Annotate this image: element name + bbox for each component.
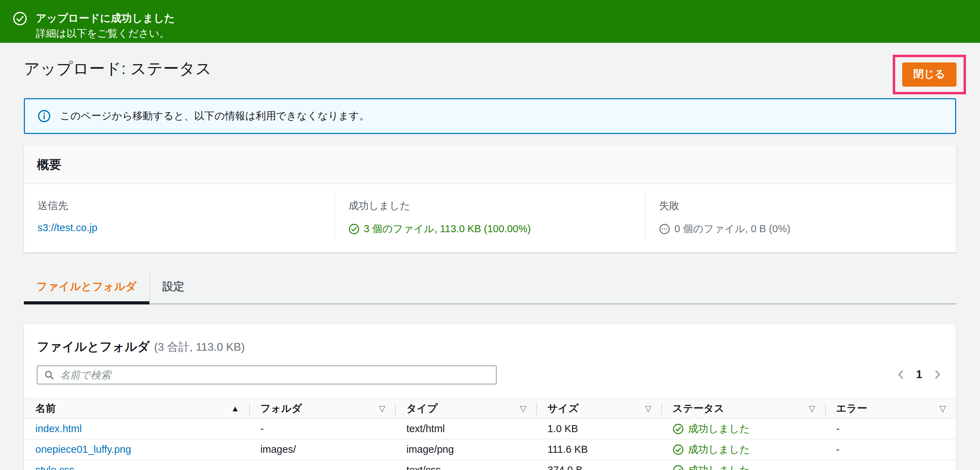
files-card: ファイルとフォルダ (3 合計, 113.0 KB) 1 xyxy=(24,324,956,470)
search-icon xyxy=(44,370,54,380)
pending-ellipsis-icon xyxy=(659,223,670,235)
status-text: 成功しました xyxy=(688,422,750,436)
error-cell: - xyxy=(825,440,956,459)
table-header-row: 名前 ▲ フォルダ ▽ タイプ ▽ サイズ ▽ ステータス ▽ xyxy=(24,398,956,419)
column-header-type[interactable]: タイプ ▽ xyxy=(395,399,536,418)
destination-link[interactable]: s3://test.co.jp xyxy=(38,222,97,234)
success-check-icon xyxy=(673,465,684,470)
info-alert: このページから移動すると、以下の情報は利用できなくなります。 xyxy=(24,98,956,134)
file-link[interactable]: index.html xyxy=(35,423,82,435)
info-alert-text: このページから移動すると、以下の情報は利用できなくなります。 xyxy=(60,109,369,123)
sort-icon[interactable]: ▽ xyxy=(520,404,527,414)
table-row: onepiece01_luffy.png images/ image/png 1… xyxy=(24,440,956,460)
overview-destination: 送信先 s3://test.co.jp xyxy=(24,194,334,238)
succeeded-value: 3 個のファイル, 113.0 KB (100.00%) xyxy=(364,222,531,236)
check-circle-icon xyxy=(13,11,27,26)
info-icon xyxy=(38,110,51,123)
sort-icon[interactable]: ▽ xyxy=(939,404,946,414)
flash-title: アップロードに成功しました xyxy=(36,11,175,26)
page-header: アップロード: ステータス 閉じる xyxy=(24,43,956,98)
page-number[interactable]: 1 xyxy=(916,368,922,381)
status-cell: 成功しました xyxy=(662,440,825,459)
sort-icon[interactable]: ▽ xyxy=(645,404,651,414)
search-input[interactable] xyxy=(59,369,490,381)
sort-icon[interactable]: ▽ xyxy=(379,404,385,414)
next-page-icon[interactable] xyxy=(931,368,943,382)
column-header-name[interactable]: 名前 ▲ xyxy=(24,399,249,418)
column-header-error[interactable]: エラー ▽ xyxy=(825,399,956,418)
folder-cell: - xyxy=(249,419,395,439)
error-cell: - xyxy=(825,460,956,470)
overview-card-header: 概要 xyxy=(24,145,956,184)
column-header-status[interactable]: ステータス ▽ xyxy=(662,399,825,418)
column-header-size[interactable]: サイズ ▽ xyxy=(536,399,662,418)
status-text: 成功しました xyxy=(688,443,750,457)
success-flash-banner: アップロードに成功しました 詳細は以下をご覧ください。 xyxy=(0,0,980,43)
status-cell: 成功しました xyxy=(662,460,825,470)
search-box xyxy=(37,365,497,384)
overview-title: 概要 xyxy=(37,156,61,173)
size-cell: 1.0 KB xyxy=(536,419,662,439)
failed-value: 0 個のファイル, 0 B (0%) xyxy=(675,222,791,236)
success-check-icon xyxy=(673,444,684,455)
tab-settings[interactable]: 設定 xyxy=(149,272,197,303)
tab-files-and-folders[interactable]: ファイルとフォルダ xyxy=(24,272,149,303)
previous-page-icon[interactable] xyxy=(895,368,907,382)
column-header-folder[interactable]: フォルダ ▽ xyxy=(249,399,395,418)
overview-succeeded: 成功しました 3 個のファイル, 113.0 KB (100.00%) xyxy=(334,194,645,238)
error-cell: - xyxy=(825,419,956,439)
size-cell: 374.0 B xyxy=(536,460,662,470)
succeeded-label: 成功しました xyxy=(348,199,645,213)
folder-cell: - xyxy=(249,460,395,470)
folder-cell: images/ xyxy=(249,440,395,459)
overview-card: 概要 送信先 s3://test.co.jp 成功しました 3 個のファイル, … xyxy=(24,145,956,253)
failed-label: 失敗 xyxy=(659,199,956,213)
file-link[interactable]: onepiece01_luffy.png xyxy=(35,444,131,455)
destination-label: 送信先 xyxy=(38,199,334,213)
type-cell: text/html xyxy=(395,419,536,439)
type-cell: text/css xyxy=(395,460,536,470)
success-check-icon xyxy=(673,423,684,435)
close-button[interactable]: 閉じる xyxy=(902,62,956,87)
file-link[interactable]: style.css xyxy=(35,464,74,470)
highlight-annotation: 閉じる xyxy=(893,55,966,94)
pagination: 1 xyxy=(895,368,943,382)
sort-ascending-icon[interactable]: ▲ xyxy=(231,404,239,414)
status-text: 成功しました xyxy=(688,463,750,470)
sort-icon[interactable]: ▽ xyxy=(808,404,815,414)
files-table-count: (3 合計, 113.0 KB) xyxy=(154,339,245,355)
success-check-icon xyxy=(348,223,360,235)
table-row: index.html - text/html 1.0 KB 成功しました - xyxy=(24,419,956,440)
flash-subtitle: 詳細は以下をご覧ください。 xyxy=(36,26,175,41)
status-cell: 成功しました xyxy=(662,419,825,439)
overview-failed: 失敗 0 個のファイル, 0 B (0%) xyxy=(645,194,956,238)
files-table: 名前 ▲ フォルダ ▽ タイプ ▽ サイズ ▽ ステータス ▽ xyxy=(24,398,956,470)
tab-bar: ファイルとフォルダ 設定 xyxy=(24,272,956,304)
type-cell: image/png xyxy=(395,440,536,459)
table-row: style.css - text/css 374.0 B 成功しました - xyxy=(24,460,956,470)
size-cell: 111.6 KB xyxy=(536,440,662,459)
files-table-title: ファイルとフォルダ xyxy=(37,338,150,355)
page-title: アップロード: ステータス xyxy=(24,58,956,79)
